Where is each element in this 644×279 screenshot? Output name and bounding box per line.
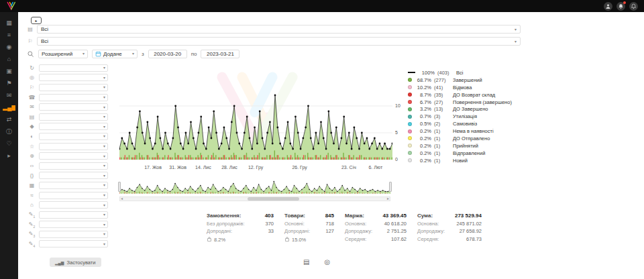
- nav-products-icon[interactable]: ▣: [3, 66, 15, 76]
- legend-item[interactable]: 8.7%(35)ДО Возврат склад: [408, 91, 522, 99]
- filter-number: 3: [33, 234, 35, 238]
- date-from-input[interactable]: 2020-03-20: [148, 50, 187, 58]
- legend-item[interactable]: 0.2%(1)Новий: [408, 157, 522, 164]
- filter-select-angle-brackets[interactable]: ▾: [39, 162, 108, 170]
- legend-swatch: [408, 100, 412, 104]
- search-icon[interactable]: [27, 50, 34, 58]
- angle-brackets-icon: ‹›: [28, 163, 36, 169]
- overview-chart: [119, 179, 390, 195]
- chevron-down-icon: ▾: [103, 66, 105, 70]
- nav-rail: ▦≡◉⌂▣⚑✉▂▄▆⇄ⓘ♡▸: [0, 12, 18, 279]
- nav-customers-icon[interactable]: ◉: [3, 42, 15, 52]
- filter-number: 1: [33, 215, 35, 219]
- alerts-button[interactable]: [629, 2, 638, 11]
- topbar-actions: [604, 2, 638, 11]
- legend-label: ДО Отправлено: [453, 135, 490, 142]
- legend-count: (3): [434, 113, 450, 119]
- filter-select-home[interactable]: ▾: [39, 201, 108, 209]
- legend-item[interactable]: 0.5%(2)Самовивіз: [408, 120, 522, 127]
- filter-select-rows[interactable]: ▾: [39, 113, 108, 121]
- nav-analytics-icon[interactable]: ▂▄▆: [3, 103, 15, 112]
- nav-loyalty-icon[interactable]: ♡: [3, 139, 15, 148]
- filter-select-plus-circle[interactable]: ▾: [39, 152, 108, 160]
- legend-item[interactable]: 0.2%(1)Відправлений: [408, 150, 522, 157]
- filter-row-pencil-2: ✎2▾: [18, 220, 112, 230]
- search-mode-select[interactable]: Розширений ▾: [38, 50, 88, 58]
- legend-item[interactable]: 6.7%(27)Повернення (завершено): [408, 99, 522, 106]
- filter-select-flag[interactable]: ▾: [39, 84, 108, 91]
- legend-count: (27): [434, 99, 450, 105]
- x-tick-label: 26. Гру: [292, 165, 307, 170]
- nav-dashboard-icon[interactable]: ▦: [3, 18, 15, 27]
- view-toggles: ▤◎: [303, 258, 330, 266]
- legend-item[interactable]: 0.2%(1)ДО Отправлено: [408, 135, 522, 142]
- globe-view-toggle[interactable]: ◎: [324, 258, 330, 266]
- app-window: ▦≡◉⌂▣⚑✉▂▄▆⇄ⓘ♡▸ ▸ ▤ Всі ▾ ⚐ Всі ▾ Розшире…: [0, 0, 644, 279]
- legend-item[interactable]: 3.2%(13)ДО Завершено: [408, 105, 522, 113]
- filter-select-braces[interactable]: ▾: [39, 172, 108, 179]
- scrollbar-thumb[interactable]: [248, 197, 299, 201]
- filter-select-phone[interactable]: ▾: [39, 94, 108, 101]
- legend-item[interactable]: 0.2%(1)Нема в наявності: [408, 127, 522, 135]
- upsell-badge: 15.0%: [284, 237, 334, 243]
- filter-select-refresh[interactable]: ▾: [39, 64, 108, 72]
- filter-select-pencil-2[interactable]: ▾: [39, 221, 108, 228]
- legend-label: Всі: [456, 70, 463, 76]
- chevron-down-icon: ▾: [103, 85, 105, 89]
- list-view-toggle[interactable]: ▤: [303, 258, 309, 266]
- legend-item[interactable]: 0.7%(3)Утилізація: [408, 113, 522, 120]
- app-logo-icon[interactable]: [6, 1, 17, 11]
- nav-tutorials-icon[interactable]: ▸: [3, 151, 15, 160]
- status-group-select[interactable]: Всі ▾: [37, 25, 521, 34]
- date-field-select[interactable]: Додане ▾: [92, 50, 138, 58]
- pencil-1-icon: ✎1: [28, 211, 36, 219]
- video-help-button[interactable]: ▸: [31, 17, 42, 24]
- legend-item[interactable]: 10.2%(41)Відмова: [408, 84, 522, 91]
- filter-row-tilde: ≈▾: [18, 190, 112, 201]
- filter-select-target[interactable]: ▾: [39, 74, 108, 81]
- filter-select-half-circle[interactable]: ▾: [39, 133, 108, 140]
- stats-sub-value: 27 658.92: [460, 228, 482, 234]
- legend-label: Самовивіз: [453, 121, 477, 127]
- filter-select-diamond[interactable]: ▾: [39, 123, 108, 130]
- filter-row-phone: ☎▾: [18, 93, 112, 103]
- apply-label: Застосувати: [66, 260, 95, 266]
- legend-item[interactable]: 0.2%(1)Прийнятий: [408, 142, 522, 150]
- brush-handle-right[interactable]: [389, 182, 392, 192]
- profile-button[interactable]: [604, 2, 612, 11]
- nav-store-icon[interactable]: ⌂: [3, 54, 15, 64]
- filter-bar-primary: ▤ Всі ▾: [27, 25, 521, 34]
- nav-info-icon[interactable]: ⓘ: [3, 127, 15, 136]
- legend-label: Прийнятий: [453, 143, 478, 149]
- grid-icon: ▦: [28, 182, 36, 188]
- legend-label: ДО Завершено: [453, 106, 488, 112]
- nav-integrations-icon[interactable]: ⇄: [3, 115, 15, 124]
- legend-percent: 0.2%: [415, 143, 431, 149]
- notifications-button[interactable]: [616, 2, 625, 11]
- legend-item[interactable]: 100%(403)Всі: [408, 69, 522, 76]
- apply-button[interactable]: ▂▄▆ Застосувати: [50, 258, 101, 267]
- filter-select-pencil-3[interactable]: ▾: [39, 231, 108, 238]
- chart-scrollbar[interactable]: ◂ ▸: [119, 197, 390, 201]
- filter-select-grid[interactable]: ▾: [39, 182, 108, 189]
- brush-handle-left[interactable]: [118, 182, 121, 192]
- filter-row-braces: {}▾: [18, 171, 112, 181]
- nav-orders-icon[interactable]: ≡: [3, 30, 15, 40]
- filter-select-mail[interactable]: ▾: [39, 103, 108, 111]
- filter-select-tilde[interactable]: ▾: [39, 192, 108, 199]
- plus-circle-icon: ⊕: [28, 153, 36, 159]
- nav-tags-icon[interactable]: ⚑: [3, 78, 15, 88]
- scroll-left-icon[interactable]: ◂: [121, 197, 123, 201]
- legend-item[interactable]: 68.7%(277)Завершений: [408, 76, 522, 84]
- filter-select-pencil-4[interactable]: ▾: [39, 240, 108, 247]
- scroll-right-icon[interactable]: ▸: [387, 197, 389, 201]
- nav-marketing-icon[interactable]: ✉: [3, 91, 15, 100]
- filter-select-pencil-1[interactable]: ▾: [39, 211, 108, 219]
- phone-icon: ☎: [28, 95, 36, 101]
- filter-row-mail: ✉▾: [18, 102, 112, 112]
- filter-select-star[interactable]: ▾: [39, 143, 108, 150]
- source-select[interactable]: Всі ▾: [37, 37, 521, 46]
- mail-icon: ✉: [28, 104, 36, 110]
- date-to-input[interactable]: 2023-03-21: [201, 50, 239, 58]
- chevron-down-icon: ▾: [515, 27, 517, 32]
